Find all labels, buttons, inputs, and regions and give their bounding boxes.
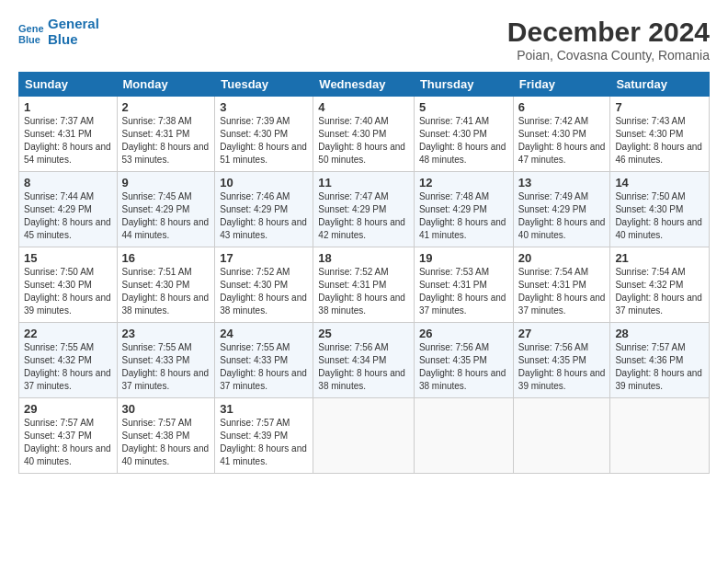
day-cell-10: 10 Sunrise: 7:46 AMSunset: 4:29 PMDaylig…: [215, 172, 313, 247]
svg-text:General: General: [18, 23, 44, 34]
day-cell-4: 4 Sunrise: 7:40 AMSunset: 4:30 PMDayligh…: [313, 97, 415, 172]
day-cell-8: 8 Sunrise: 7:44 AMSunset: 4:29 PMDayligh…: [19, 172, 118, 247]
day-number: 31: [220, 402, 308, 416]
day-info: Sunrise: 7:45 AMSunset: 4:29 PMDaylight:…: [122, 191, 210, 240]
logo-text-line1: General: [48, 17, 99, 32]
day-info: Sunrise: 7:48 AMSunset: 4:29 PMDaylight:…: [419, 191, 506, 240]
col-wednesday: Wednesday: [313, 73, 415, 97]
calendar-week-3: 15 Sunrise: 7:50 AMSunset: 4:30 PMDaylig…: [19, 247, 710, 323]
day-number: 10: [220, 176, 308, 190]
day-number: 28: [615, 327, 704, 340]
col-tuesday: Tuesday: [215, 73, 313, 97]
day-number: 12: [419, 176, 508, 190]
day-number: 2: [122, 100, 210, 114]
day-cell-19: 19 Sunrise: 7:53 AMSunset: 4:31 PMDaylig…: [414, 247, 513, 323]
day-info: Sunrise: 7:57 AMSunset: 4:38 PMDaylight:…: [122, 418, 210, 466]
day-number: 22: [24, 327, 112, 340]
day-info: Sunrise: 7:57 AMSunset: 4:36 PMDaylight:…: [615, 342, 702, 391]
day-cell-16: 16 Sunrise: 7:51 AMSunset: 4:30 PMDaylig…: [117, 247, 215, 323]
col-monday: Monday: [117, 73, 215, 97]
day-info: Sunrise: 7:55 AMSunset: 4:32 PMDaylight:…: [24, 342, 111, 391]
day-cell-24: 24 Sunrise: 7:55 AMSunset: 4:33 PMDaylig…: [215, 323, 313, 398]
day-number: 18: [318, 251, 409, 265]
day-cell-13: 13 Sunrise: 7:49 AMSunset: 4:29 PMDaylig…: [513, 172, 610, 247]
day-number: 15: [24, 251, 112, 265]
day-number: 24: [220, 327, 308, 340]
day-cell-12: 12 Sunrise: 7:48 AMSunset: 4:29 PMDaylig…: [414, 172, 513, 247]
day-cell-2: 2 Sunrise: 7:38 AMSunset: 4:31 PMDayligh…: [117, 97, 215, 172]
day-info: Sunrise: 7:57 AMSunset: 4:37 PMDaylight:…: [24, 418, 111, 466]
day-cell-9: 9 Sunrise: 7:45 AMSunset: 4:29 PMDayligh…: [117, 172, 215, 247]
day-info: Sunrise: 7:41 AMSunset: 4:30 PMDaylight:…: [419, 116, 506, 165]
calendar-week-2: 8 Sunrise: 7:44 AMSunset: 4:29 PMDayligh…: [19, 172, 710, 247]
day-info: Sunrise: 7:50 AMSunset: 4:30 PMDaylight:…: [615, 191, 702, 240]
col-thursday: Thursday: [414, 73, 513, 97]
day-cell-27: 27 Sunrise: 7:56 AMSunset: 4:35 PMDaylig…: [513, 323, 610, 398]
main-title: December 2024: [507, 17, 710, 48]
day-number: 25: [318, 327, 409, 340]
col-saturday: Saturday: [610, 73, 710, 97]
day-info: Sunrise: 7:49 AMSunset: 4:29 PMDaylight:…: [518, 191, 606, 240]
day-number: 11: [318, 176, 409, 190]
day-number: 23: [122, 327, 210, 340]
day-cell-30: 30 Sunrise: 7:57 AMSunset: 4:38 PMDaylig…: [117, 398, 215, 474]
day-info: Sunrise: 7:56 AMSunset: 4:35 PMDaylight:…: [518, 342, 606, 391]
day-number: 27: [518, 327, 606, 340]
empty-cell: [610, 398, 710, 474]
day-info: Sunrise: 7:50 AMSunset: 4:30 PMDaylight:…: [24, 267, 111, 316]
day-number: 9: [122, 176, 210, 190]
day-info: Sunrise: 7:56 AMSunset: 4:35 PMDaylight:…: [419, 342, 506, 391]
day-info: Sunrise: 7:47 AMSunset: 4:29 PMDaylight:…: [318, 191, 405, 240]
day-number: 21: [615, 251, 704, 265]
day-number: 6: [518, 100, 606, 114]
day-info: Sunrise: 7:37 AMSunset: 4:31 PMDaylight:…: [24, 116, 111, 165]
day-cell-11: 11 Sunrise: 7:47 AMSunset: 4:29 PMDaylig…: [313, 172, 415, 247]
day-cell-28: 28 Sunrise: 7:57 AMSunset: 4:36 PMDaylig…: [610, 323, 710, 398]
subtitle: Poian, Covasna County, Romania: [507, 48, 710, 63]
day-cell-31: 31 Sunrise: 7:57 AMSunset: 4:39 PMDaylig…: [215, 398, 313, 474]
day-number: 3: [220, 100, 308, 114]
day-info: Sunrise: 7:51 AMSunset: 4:30 PMDaylight:…: [122, 267, 210, 316]
day-info: Sunrise: 7:54 AMSunset: 4:32 PMDaylight:…: [615, 267, 702, 316]
col-friday: Friday: [513, 73, 610, 97]
day-number: 26: [419, 327, 508, 340]
day-number: 20: [518, 251, 606, 265]
day-number: 16: [122, 251, 210, 265]
day-number: 29: [24, 402, 112, 416]
header: General Blue General Blue December 2024 …: [18, 17, 710, 63]
day-number: 1: [24, 100, 112, 114]
day-cell-7: 7 Sunrise: 7:43 AMSunset: 4:30 PMDayligh…: [610, 97, 710, 172]
day-info: Sunrise: 7:57 AMSunset: 4:39 PMDaylight:…: [220, 418, 307, 466]
day-cell-3: 3 Sunrise: 7:39 AMSunset: 4:30 PMDayligh…: [215, 97, 313, 172]
empty-cell: [513, 398, 610, 474]
day-cell-23: 23 Sunrise: 7:55 AMSunset: 4:33 PMDaylig…: [117, 323, 215, 398]
day-cell-22: 22 Sunrise: 7:55 AMSunset: 4:32 PMDaylig…: [19, 323, 118, 398]
day-number: 13: [518, 176, 606, 190]
day-number: 30: [122, 402, 210, 416]
day-info: Sunrise: 7:42 AMSunset: 4:30 PMDaylight:…: [518, 116, 606, 165]
day-number: 14: [615, 176, 704, 190]
day-number: 8: [24, 176, 112, 190]
day-info: Sunrise: 7:44 AMSunset: 4:29 PMDaylight:…: [24, 191, 111, 240]
day-cell-21: 21 Sunrise: 7:54 AMSunset: 4:32 PMDaylig…: [610, 247, 710, 323]
day-info: Sunrise: 7:56 AMSunset: 4:34 PMDaylight:…: [318, 342, 405, 391]
day-cell-17: 17 Sunrise: 7:52 AMSunset: 4:30 PMDaylig…: [215, 247, 313, 323]
day-info: Sunrise: 7:54 AMSunset: 4:31 PMDaylight:…: [518, 267, 606, 316]
calendar-week-4: 22 Sunrise: 7:55 AMSunset: 4:32 PMDaylig…: [19, 323, 710, 398]
day-info: Sunrise: 7:39 AMSunset: 4:30 PMDaylight:…: [220, 116, 307, 165]
day-info: Sunrise: 7:46 AMSunset: 4:29 PMDaylight:…: [220, 191, 307, 240]
logo-icon: General Blue: [18, 19, 44, 45]
day-cell-1: 1 Sunrise: 7:37 AMSunset: 4:31 PMDayligh…: [19, 97, 118, 172]
logo: General Blue General Blue: [18, 17, 99, 47]
day-cell-5: 5 Sunrise: 7:41 AMSunset: 4:30 PMDayligh…: [414, 97, 513, 172]
empty-cell: [313, 398, 415, 474]
calendar-header-row: Sunday Monday Tuesday Wednesday Thursday…: [19, 73, 710, 97]
day-cell-14: 14 Sunrise: 7:50 AMSunset: 4:30 PMDaylig…: [610, 172, 710, 247]
day-number: 17: [220, 251, 308, 265]
svg-text:Blue: Blue: [18, 34, 40, 45]
empty-cell: [414, 398, 513, 474]
day-info: Sunrise: 7:52 AMSunset: 4:31 PMDaylight:…: [318, 267, 405, 316]
day-cell-18: 18 Sunrise: 7:52 AMSunset: 4:31 PMDaylig…: [313, 247, 415, 323]
title-block: December 2024 Poian, Covasna County, Rom…: [507, 17, 710, 63]
day-cell-26: 26 Sunrise: 7:56 AMSunset: 4:35 PMDaylig…: [414, 323, 513, 398]
